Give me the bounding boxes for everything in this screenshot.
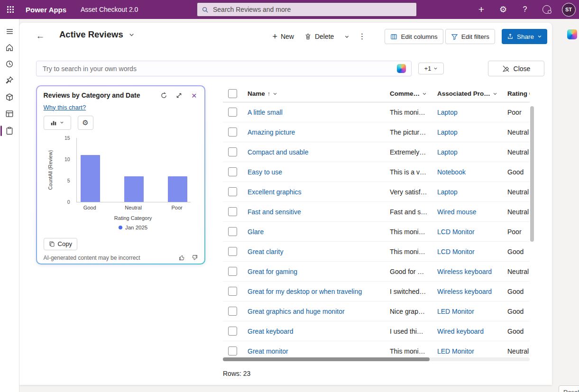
settings-gear-icon[interactable]: ⚙ <box>496 2 511 17</box>
record-name-link[interactable]: Easy to use <box>248 168 282 176</box>
table-row[interactable]: Great graphics and huge monitor Nice gra… <box>223 301 530 321</box>
product-link[interactable]: Laptop <box>437 148 458 156</box>
row-checkbox[interactable] <box>228 307 237 316</box>
copilot-rail-button[interactable] <box>566 28 578 40</box>
chart-settings-button[interactable]: ⚙ <box>78 116 93 130</box>
record-name-link[interactable]: Great for gaming <box>248 268 297 275</box>
chart-type-dropdown[interactable] <box>44 116 71 130</box>
sidebar-item-pages[interactable] <box>0 123 19 138</box>
help-icon[interactable]: ? <box>517 2 533 17</box>
product-link[interactable]: Wireless keyboard <box>437 288 492 295</box>
product-link[interactable]: LED Monitor <box>437 347 474 355</box>
thumbs-down-button[interactable] <box>190 254 199 262</box>
sidebar-item-recent[interactable] <box>0 56 19 72</box>
row-checkbox[interactable] <box>228 287 237 296</box>
row-checkbox[interactable] <box>228 247 237 256</box>
table-row[interactable]: Great monitor This moni… LED Monitor Neu… <box>223 341 530 356</box>
product-link[interactable]: Wireless keyboard <box>437 268 492 275</box>
product-link[interactable]: LCD Monitor <box>437 228 475 236</box>
hamburger-menu-button[interactable] <box>0 24 19 39</box>
table-row[interactable]: Excellent graphics Very satisf… Laptop N… <box>223 182 530 202</box>
record-name-link[interactable]: Great keyboard <box>248 328 294 335</box>
record-name-link[interactable]: A little small <box>248 109 283 116</box>
table-row[interactable]: Easy to use This is a v… Notebook Good <box>223 162 530 182</box>
table-row[interactable]: Compact and usable Extremely… Laptop Neu… <box>223 142 530 162</box>
expand-button[interactable] <box>173 90 184 101</box>
row-checkbox[interactable] <box>228 346 237 356</box>
table-row[interactable]: Great clarity This moni… LCD Monitor Goo… <box>223 242 530 262</box>
table-row[interactable]: A little small This moni… Laptop Poor <box>223 102 530 122</box>
product-link[interactable]: Laptop <box>437 128 458 136</box>
record-name-link[interactable]: Excellent graphics <box>248 188 302 196</box>
row-checkbox[interactable] <box>228 187 237 196</box>
product-link[interactable]: LED Monitor <box>437 308 474 315</box>
close-search-button[interactable]: Close <box>488 61 544 76</box>
delete-button[interactable]: Delete <box>300 29 338 44</box>
refresh-button[interactable] <box>158 90 169 101</box>
select-all-checkbox[interactable] <box>228 89 237 98</box>
product-link[interactable]: Wired mouse <box>437 208 476 216</box>
waffle-menu-icon[interactable] <box>0 0 21 19</box>
table-row[interactable]: Great for gaming Good for … Wireless key… <box>223 262 530 282</box>
table-row[interactable]: Great for my desktop or when traveling I… <box>223 282 530 301</box>
product-link[interactable]: Wired keyboard <box>437 328 484 335</box>
record-name-link[interactable]: Great monitor <box>248 347 288 355</box>
more-suggestions-badge[interactable]: +1 <box>418 63 444 74</box>
edit-filters-button[interactable]: Edit filters <box>445 29 495 44</box>
ai-search-box[interactable] <box>36 61 412 76</box>
sidebar-item-tables[interactable] <box>0 106 19 121</box>
horizontal-scrollbar-thumb[interactable] <box>223 357 430 361</box>
sidebar-item-home[interactable] <box>0 40 19 55</box>
row-checkbox[interactable] <box>228 227 237 236</box>
copilot-icon[interactable] <box>539 2 554 17</box>
row-checkbox[interactable] <box>228 327 237 336</box>
resolve-partial-button[interactable]: Resol… <box>559 385 579 392</box>
edit-columns-button[interactable]: Edit columns <box>385 29 443 44</box>
record-name-link[interactable]: Great for my desktop or when traveling <box>248 288 362 295</box>
command-dropdown-chevron[interactable] <box>340 29 353 44</box>
table-row[interactable]: Glare This moni… LCD Monitor Poor <box>223 222 530 242</box>
back-button[interactable]: ← <box>33 28 48 44</box>
new-button[interactable]: + New <box>268 29 298 44</box>
sidebar-item-apps[interactable] <box>0 90 19 105</box>
table-row[interactable]: Amazing picture The pictur… Laptop Neutr… <box>223 122 530 142</box>
global-search-input[interactable] <box>212 5 412 14</box>
vertical-scrollbar[interactable] <box>530 106 534 242</box>
column-header-comments[interactable]: Comme… <box>386 90 433 97</box>
record-name-link[interactable]: Amazing picture <box>248 128 295 136</box>
column-header-product[interactable]: Associated Pro… <box>433 90 504 97</box>
row-checkbox[interactable] <box>228 207 237 216</box>
product-link[interactable]: Notebook <box>437 168 466 176</box>
row-checkbox[interactable] <box>228 167 237 176</box>
view-selector[interactable]: Active Reviews <box>59 29 135 40</box>
product-link[interactable]: Laptop <box>437 188 458 196</box>
account-avatar[interactable]: ST <box>561 2 576 17</box>
record-name-link[interactable]: Fast and sensitive <box>248 208 301 216</box>
column-header-rating[interactable]: Rating Ca <box>504 90 530 97</box>
copy-button[interactable]: Copy <box>44 238 77 250</box>
record-name-link[interactable]: Great clarity <box>248 248 283 255</box>
row-checkbox[interactable] <box>228 267 237 276</box>
record-name-link[interactable]: Glare <box>248 228 264 236</box>
thumbs-up-button[interactable] <box>177 254 186 262</box>
close-chart-button[interactable]: × <box>188 90 200 101</box>
add-icon[interactable]: + <box>474 2 489 17</box>
product-link[interactable]: Laptop <box>437 109 458 116</box>
table-row[interactable]: Great keyboard I used thi… Wired keyboar… <box>223 321 530 341</box>
record-name-link[interactable]: Compact and usable <box>248 148 308 156</box>
ai-search-input[interactable] <box>42 64 393 73</box>
environment-name[interactable]: Asset Checkout 2.0 <box>81 0 138 19</box>
app-name[interactable]: Power Apps <box>26 0 66 19</box>
more-commands-button[interactable]: ⋮ <box>355 29 368 44</box>
row-checkbox[interactable] <box>228 128 237 137</box>
row-checkbox[interactable] <box>228 147 237 156</box>
why-this-chart-link[interactable]: Why this chart? <box>44 104 86 111</box>
column-header-name[interactable]: Name ↑ <box>244 90 386 97</box>
sidebar-item-pinned[interactable] <box>0 73 19 88</box>
product-link[interactable]: LCD Monitor <box>437 248 475 255</box>
row-checkbox[interactable] <box>228 108 237 117</box>
record-name-link[interactable]: Great graphics and huge monitor <box>248 308 345 315</box>
table-row[interactable]: Fast and sensitive Fast and s… Wired mou… <box>223 202 530 222</box>
share-button[interactable]: Share <box>502 29 547 44</box>
global-search[interactable] <box>197 2 417 17</box>
